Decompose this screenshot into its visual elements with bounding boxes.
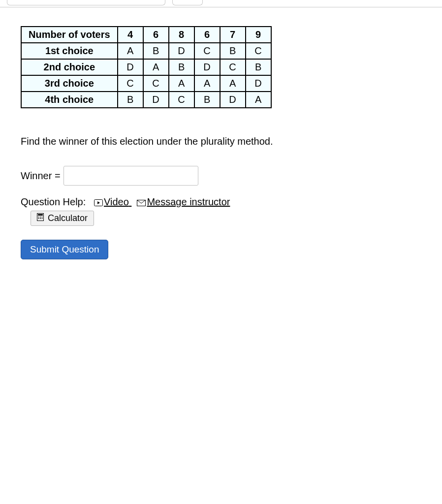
row-header: 1st choice: [21, 43, 118, 59]
svg-marker-1: [97, 201, 100, 204]
table-cell: 7: [220, 27, 246, 43]
table-cell: B: [143, 43, 169, 59]
svg-point-10: [42, 218, 43, 219]
table-cell: B: [194, 92, 220, 108]
row-header: 2nd choice: [21, 59, 118, 75]
table-cell: B: [118, 92, 143, 108]
table-cell: A: [246, 92, 271, 108]
table-cell: A: [118, 43, 143, 59]
table-cell: 6: [143, 27, 169, 43]
answer-label: Winner =: [21, 170, 61, 182]
table-cell: B: [220, 43, 246, 59]
table-cell: D: [169, 43, 194, 59]
svg-point-7: [42, 217, 43, 218]
question-text: Find the winner of this election under t…: [21, 136, 421, 147]
table-cell: 6: [194, 27, 220, 43]
video-icon: [94, 197, 103, 209]
svg-point-5: [38, 217, 39, 218]
table-cell: A: [169, 75, 194, 92]
table-cell: D: [118, 59, 143, 75]
table-cell: C: [143, 75, 169, 92]
table-cell: C: [220, 59, 246, 75]
row-header: 4th choice: [21, 92, 118, 108]
table-cell: B: [246, 59, 271, 75]
table-cell: C: [169, 92, 194, 108]
envelope-icon: [137, 197, 146, 209]
row-header: Number of voters: [21, 27, 118, 43]
table-cell: D: [246, 75, 271, 92]
submit-button[interactable]: Submit Question: [21, 240, 108, 259]
winner-input[interactable]: [63, 166, 198, 186]
message-instructor-link[interactable]: Message instructor: [137, 196, 230, 207]
table-cell: D: [194, 59, 220, 75]
table-cell: C: [194, 43, 220, 59]
svg-point-6: [40, 217, 41, 218]
table-cell: 4: [118, 27, 143, 43]
calculator-label: Calculator: [48, 213, 88, 223]
row-header: 3rd choice: [21, 75, 118, 92]
table-cell: B: [169, 59, 194, 75]
table-cell: C: [246, 43, 271, 59]
svg-point-9: [40, 218, 41, 219]
table-cell: D: [220, 92, 246, 108]
question-body: Number of voters4686791st choiceABDCBC2n…: [0, 7, 442, 278]
video-link[interactable]: Video: [94, 196, 131, 207]
help-label: Question Help:: [21, 196, 86, 207]
table-cell: C: [118, 75, 143, 92]
table-cell: A: [143, 59, 169, 75]
preference-table: Number of voters4686791st choiceABDCBC2n…: [21, 26, 272, 108]
table-cell: A: [220, 75, 246, 92]
svg-rect-4: [38, 214, 43, 216]
calculator-icon: [37, 213, 44, 223]
calculator-button[interactable]: Calculator: [31, 211, 94, 226]
table-cell: D: [143, 92, 169, 108]
table-cell: 9: [246, 27, 271, 43]
question-help: Question Help: Video Message instructor …: [21, 196, 421, 226]
svg-point-8: [38, 218, 39, 219]
table-cell: 8: [169, 27, 194, 43]
table-cell: A: [194, 75, 220, 92]
top-toolbar-fragment: [0, 0, 442, 7]
answer-row: Winner =: [21, 166, 421, 186]
